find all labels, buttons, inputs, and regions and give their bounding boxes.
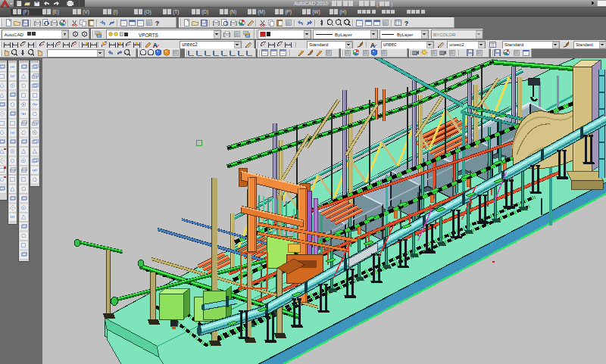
svg-text:(V): (V) xyxy=(83,9,89,15)
svg-text:(N): (N) xyxy=(230,9,236,15)
svg-text:AutoCAD: AutoCAD xyxy=(5,32,24,37)
svg-text:(W): (W) xyxy=(312,9,320,15)
svg-text:A: A xyxy=(153,42,158,49)
svg-text:?: ? xyxy=(405,20,409,27)
svg-text:Standard: Standard xyxy=(576,42,593,47)
svg-text:(O): (O) xyxy=(144,9,151,15)
svg-text:?: ? xyxy=(155,20,160,27)
svg-text:uneec: uneec xyxy=(383,42,396,47)
svg-text:A: A xyxy=(370,42,375,49)
svg-text:ByLayer: ByLayer xyxy=(397,33,413,37)
svg-text:(E): (E) xyxy=(52,9,59,15)
svg-text:uneec2: uneec2 xyxy=(182,42,198,47)
svg-text:(P): (P) xyxy=(285,9,292,15)
svg-text:uneec2: uneec2 xyxy=(449,42,464,47)
svg-text:(F): (F) xyxy=(23,9,29,15)
svg-text:ByLayer: ByLayer xyxy=(335,32,352,37)
svg-text:): ) xyxy=(391,2,392,8)
svg-text:-: - xyxy=(355,1,357,6)
svg-text:(I): (I) xyxy=(113,9,117,15)
svg-text:(D): (D) xyxy=(201,9,208,15)
svg-text:(T): (T) xyxy=(173,9,179,15)
svg-text:(H): (H) xyxy=(339,9,346,15)
svg-text:Standard: Standard xyxy=(504,42,524,47)
svg-text:BYCOLOR: BYCOLOR xyxy=(433,33,456,37)
svg-text:Standard: Standard xyxy=(309,42,329,47)
svg-text:AutoCAD 2010: AutoCAD 2010 xyxy=(294,1,329,6)
svg-text:VPORTS: VPORTS xyxy=(139,33,158,38)
svg-text:(M): (M) xyxy=(258,9,265,15)
